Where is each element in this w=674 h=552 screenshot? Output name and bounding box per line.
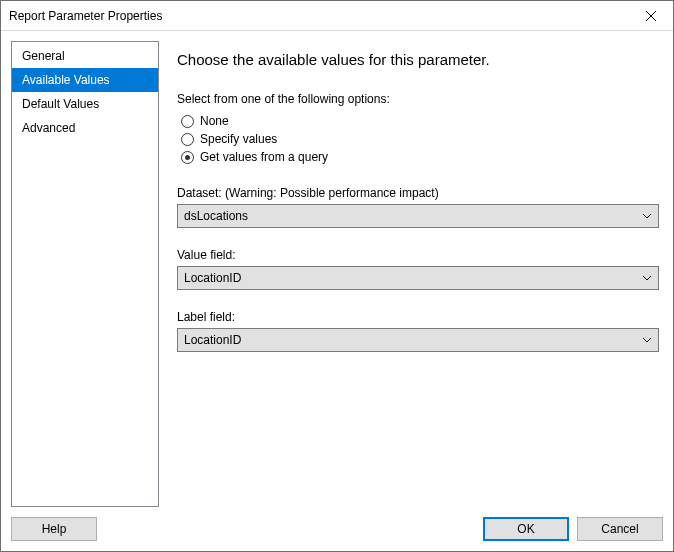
button-label: Cancel [601,522,638,536]
sidebar-item-label: General [22,49,65,63]
sidebar-item-label: Default Values [22,97,99,111]
help-button[interactable]: Help [11,517,97,541]
option-label: None [200,114,229,128]
window-title: Report Parameter Properties [9,9,162,23]
label-field-group: Label field: LocationID [177,310,659,352]
dataset-combo[interactable]: dsLocations [177,204,659,228]
option-get-values-from-query[interactable]: Get values from a query [177,148,659,166]
sidebar: General Available Values Default Values … [11,41,159,507]
value-field-label: Value field: [177,248,659,262]
button-label: OK [517,522,534,536]
dialog-window: Report Parameter Properties General Avai… [0,0,674,552]
footer: Help OK Cancel [1,507,673,551]
option-specify-values[interactable]: Specify values [177,130,659,148]
radio-icon [181,151,194,164]
dialog-body: General Available Values Default Values … [1,31,673,507]
chevron-down-icon [642,211,652,221]
page-heading: Choose the available values for this par… [177,51,659,68]
combo-value: dsLocations [184,209,248,223]
cancel-button[interactable]: Cancel [577,517,663,541]
footer-right: OK Cancel [483,517,663,541]
value-field-group: Value field: LocationID [177,248,659,290]
dataset-group: Dataset: (Warning: Possible performance … [177,186,659,228]
close-button[interactable] [628,1,673,30]
sidebar-item-general[interactable]: General [12,44,158,68]
combo-value: LocationID [184,333,241,347]
sidebar-item-label: Available Values [22,73,110,87]
combo-value: LocationID [184,271,241,285]
sidebar-item-default-values[interactable]: Default Values [12,92,158,116]
options-label: Select from one of the following options… [177,92,659,106]
button-label: Help [42,522,67,536]
sidebar-item-label: Advanced [22,121,75,135]
option-label: Get values from a query [200,150,328,164]
label-field-combo[interactable]: LocationID [177,328,659,352]
value-field-combo[interactable]: LocationID [177,266,659,290]
radio-icon [181,133,194,146]
radio-icon [181,115,194,128]
close-icon [646,11,656,21]
label-field-label: Label field: [177,310,659,324]
ok-button[interactable]: OK [483,517,569,541]
main-panel: Choose the available values for this par… [173,41,663,507]
sidebar-item-advanced[interactable]: Advanced [12,116,158,140]
dataset-label: Dataset: (Warning: Possible performance … [177,186,659,200]
chevron-down-icon [642,335,652,345]
titlebar: Report Parameter Properties [1,1,673,31]
option-label: Specify values [200,132,277,146]
sidebar-item-available-values[interactable]: Available Values [12,68,158,92]
chevron-down-icon [642,273,652,283]
option-none[interactable]: None [177,112,659,130]
